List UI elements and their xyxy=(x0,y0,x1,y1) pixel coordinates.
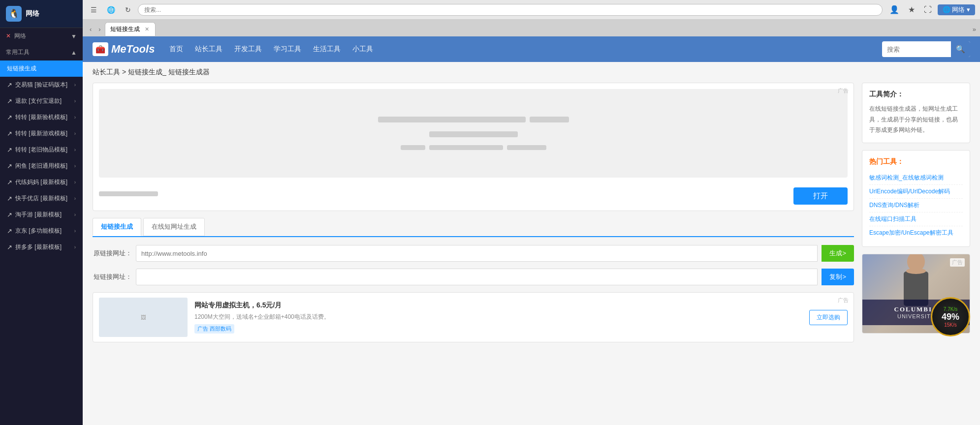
chevron-up-icon: ▲ xyxy=(71,49,77,56)
top-nav: 🧰 MeTools 首页 站长工具 开发工具 学习工具 生活工具 小工具 🔍 xyxy=(83,36,980,62)
breadcrumb-root[interactable]: 站长工具 xyxy=(93,68,120,76)
tab-more-btn[interactable]: » xyxy=(973,26,976,33)
speed-percentage: 49% xyxy=(942,312,959,322)
link-icon: ↗ xyxy=(7,243,12,251)
profile-btn[interactable]: 👤 xyxy=(886,4,902,15)
expand-icon: › xyxy=(74,82,76,88)
hot-tool-4[interactable]: Escape加密/UnEscape解密工具 xyxy=(869,226,963,240)
expand-icon: › xyxy=(74,115,76,120)
sidebar-item-transfer3[interactable]: ↗ 转转 [老旧物品模板] › xyxy=(0,142,83,158)
expand-icon: › xyxy=(74,180,76,185)
expand-icon: › xyxy=(74,98,76,104)
hot-tool-1[interactable]: UrlEncode编码/UrlDecode解码 xyxy=(869,185,963,199)
ad-placeholder xyxy=(99,89,848,178)
expand-icon: › xyxy=(74,228,76,234)
link-icon: ↗ xyxy=(7,195,12,202)
top-nav-search: 🔍 xyxy=(882,41,970,57)
nav-small[interactable]: 小工具 xyxy=(352,43,373,56)
content-main: 广告 xyxy=(93,83,854,342)
tab-short-gen[interactable]: 短链接生成 xyxy=(93,218,141,236)
sidebar: 🐧 网络 ✕ 网络 ▼ 常用工具 ▲ 短链接生成 ↗ 交易猫 [验证码版本] ›… xyxy=(0,0,83,425)
hot-tools-card: 热门工具： 敏感词检测_在线敏感词检测 UrlEncode编码/UrlDecod… xyxy=(862,150,970,247)
sidebar-item-kuaishop[interactable]: ↗ 快手优店 [最新模板] › xyxy=(0,190,83,207)
sidebar-item-exchange-cat[interactable]: ↗ 交易猫 [验证码版本] › xyxy=(0,77,83,93)
sidebar-network-label: ✕ 网络 xyxy=(6,32,26,40)
tab-online-gen[interactable]: 在线短网址生成 xyxy=(143,218,205,236)
svg-point-2 xyxy=(906,268,926,274)
tab-forward-btn[interactable]: › xyxy=(95,25,103,34)
short-url-label: 短链接网址： xyxy=(93,273,132,281)
short-url-input[interactable] xyxy=(136,269,818,285)
upload-speed: 7.7K/s xyxy=(944,306,957,312)
link-icon: ↗ xyxy=(7,81,12,89)
fullscreen-btn[interactable]: ⛶ xyxy=(921,4,935,15)
tab-back-btn[interactable]: ‹ xyxy=(87,25,95,34)
tab-label: 短链接生成 xyxy=(110,25,140,33)
link-icon: ↗ xyxy=(7,162,12,170)
main-area: ☰ 🌐 ↻ 👤 ★ ⛶ 🌐 网络 ▾ ‹ › 短链接生成 ✕ » 🧰 MeToo… xyxy=(83,0,980,425)
search-input[interactable] xyxy=(138,4,883,16)
sidebar-item-daima[interactable]: ↗ 代练妈妈 [最新模板] › xyxy=(0,174,83,190)
tab-bar: ‹ › 短链接生成 ✕ » xyxy=(83,20,980,36)
link-icon: ↗ xyxy=(7,114,12,121)
logo-text: MeTools xyxy=(111,43,155,56)
sidebar-item-idle-fish[interactable]: ↗ 闲鱼 [老旧通用模板] › xyxy=(0,158,83,174)
sidebar-item-transfer1[interactable]: ↗ 转转 [最新验机模板] › xyxy=(0,109,83,125)
expand-icon: › xyxy=(74,244,76,250)
sidebar-common-tools-label: 常用工具 xyxy=(6,48,30,57)
expand-icon: › xyxy=(74,212,76,217)
nav-learn[interactable]: 学习工具 xyxy=(274,43,301,56)
sidebar-item-pinduoduo[interactable]: ↗ 拼多多 [最新模板] › xyxy=(0,239,83,255)
close-icon: ✕ xyxy=(6,32,11,39)
link-icon: ↗ xyxy=(7,179,12,186)
sidebar-item-short-link[interactable]: 短链接生成 xyxy=(0,61,83,77)
link-icon: ↗ xyxy=(7,227,12,235)
globe-btn[interactable]: 🌐 xyxy=(104,5,118,15)
nav-home[interactable]: 首页 xyxy=(169,43,183,56)
sidebar-header-title: 网络 xyxy=(26,9,39,18)
expand-icon: › xyxy=(74,196,76,201)
bookmark-btn[interactable]: ★ xyxy=(905,4,918,15)
nav-search-btn[interactable]: 🔍 xyxy=(951,41,970,57)
browser-toolbar: ☰ 🌐 ↻ 👤 ★ ⛶ 🌐 网络 ▾ xyxy=(83,0,980,20)
original-url-input[interactable] xyxy=(136,245,818,262)
nav-dev[interactable]: 开发工具 xyxy=(234,43,262,56)
link-icon: ↗ xyxy=(7,97,12,105)
breadcrumb-current: 短链接生成_ 短链接生成器 xyxy=(128,68,210,76)
hot-tool-2[interactable]: DNS查询/DNS解析 xyxy=(869,199,963,212)
sidebar-item-transfer2[interactable]: ↗ 转转 [最新游戏模板] › xyxy=(0,125,83,142)
hot-tools-title: 热门工具： xyxy=(869,157,963,166)
sidebar-item-refund[interactable]: ↗ 退款 [支付宝退款] › xyxy=(0,93,83,109)
sidebar-item-jd[interactable]: ↗ 京东 [多功能模板] › xyxy=(0,223,83,239)
refresh-btn[interactable]: ↻ xyxy=(122,5,134,15)
breadcrumb-separator: > xyxy=(122,68,128,76)
bottom-ad-desc: 1200M大空间，送域名+企业邮箱+400电话及话费。 xyxy=(194,313,802,321)
tab-short-link[interactable]: 短链接生成 ✕ xyxy=(105,22,156,36)
tab-close-btn[interactable]: ✕ xyxy=(145,26,149,32)
nav-search-input[interactable] xyxy=(882,46,951,53)
chevron-down-icon: ▼ xyxy=(71,33,77,40)
hot-tool-3[interactable]: 在线端口扫描工具 xyxy=(869,212,963,226)
browser-actions: 👤 ★ ⛶ 🌐 网络 ▾ xyxy=(886,4,975,15)
top-nav-menu: 首页 站长工具 开发工具 学习工具 生活工具 小工具 xyxy=(169,43,882,56)
content-layout: 广告 xyxy=(83,83,980,352)
page-content: 🧰 MeTools 首页 站长工具 开发工具 学习工具 生活工具 小工具 🔍 站… xyxy=(83,36,980,425)
network-btn[interactable]: 🌐 网络 ▾ xyxy=(938,4,975,15)
bottom-ad-label: 广告 xyxy=(838,297,849,304)
ad-open-btn[interactable]: 打开 xyxy=(793,187,848,205)
info-card: 工具简介： 在线短链接生成器，短网址生成工具，生成易于分享的短链接，也易于形成更… xyxy=(862,83,970,143)
copy-btn[interactable]: 复制> xyxy=(822,269,854,285)
sidebar-logo-icon: 🐧 xyxy=(6,6,22,22)
hamburger-btn[interactable]: ☰ xyxy=(88,5,100,15)
sidebar-common-tools-section[interactable]: 常用工具 ▲ xyxy=(0,44,83,61)
nav-webmaster[interactable]: 站长工具 xyxy=(195,43,222,56)
sidebar-item-taohand[interactable]: ↗ 淘手游 [最新模板] › xyxy=(0,207,83,223)
hot-tool-0[interactable]: 敏感词检测_在线敏感词检测 xyxy=(869,171,963,185)
sidebar-header: 🐧 网络 xyxy=(0,0,83,28)
logo-icon: 🧰 xyxy=(93,42,108,56)
nav-life[interactable]: 生活工具 xyxy=(313,43,341,56)
bottom-ad-btn[interactable]: 立即选购 xyxy=(809,310,848,325)
sidebar-network-section[interactable]: ✕ 网络 ▼ xyxy=(0,28,83,44)
generate-btn[interactable]: 生成> xyxy=(822,245,854,262)
link-icon: ↗ xyxy=(7,211,12,218)
